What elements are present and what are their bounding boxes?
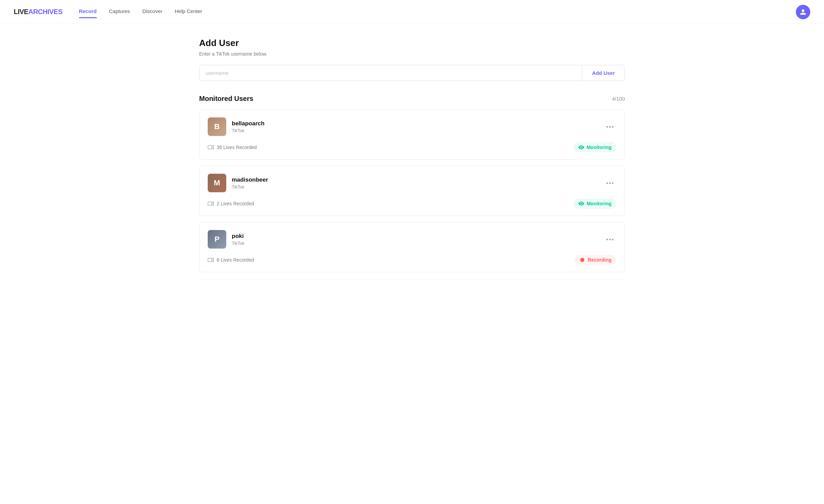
user-cards-container: B bellapoarch TikTok	[199, 110, 625, 272]
dot-3	[612, 239, 614, 240]
more-options-button[interactable]	[604, 125, 616, 129]
username-input[interactable]	[199, 65, 582, 81]
svg-rect-4	[208, 258, 212, 262]
svg-point-6	[580, 258, 584, 262]
more-options-button[interactable]	[604, 237, 616, 242]
status-label: Monitoring	[587, 145, 611, 150]
main-content: Add User Enter a TikTok username below. …	[185, 24, 639, 293]
dot-2	[609, 239, 611, 240]
user-avatar: M	[208, 174, 226, 192]
user-card-top: M madisonbeer TikTok	[208, 174, 616, 192]
dot-2	[609, 126, 611, 128]
user-card: B bellapoarch TikTok	[199, 110, 625, 160]
dot-1	[606, 182, 608, 184]
eye-icon	[578, 201, 584, 207]
header-right	[796, 5, 810, 19]
monitored-title: Monitored Users	[199, 95, 253, 103]
video-icon	[208, 145, 214, 150]
user-details: poki TikTok	[232, 233, 244, 246]
nav-item-help[interactable]: Help Center	[175, 8, 202, 15]
lives-count: 8 Lives Recorded	[217, 257, 254, 263]
user-name: poki	[232, 233, 244, 240]
user-card-bottom: 36 Lives Recorded Monitoring	[208, 142, 616, 152]
dot-2	[609, 182, 611, 184]
lives-recorded: 2 Lives Recorded	[208, 201, 254, 206]
lives-count: 2 Lives Recorded	[217, 201, 254, 206]
user-card: M madisonbeer TikTok	[199, 166, 625, 216]
user-card-bottom: 2 Lives Recorded Monitoring	[208, 198, 616, 209]
user-details: madisonbeer TikTok	[232, 176, 268, 190]
video-icon	[208, 257, 214, 262]
logo: LIVEARCHIVES	[14, 8, 62, 16]
status-badge: Monitoring	[573, 142, 616, 152]
dot-3	[612, 182, 614, 184]
status-label: Monitoring	[587, 201, 611, 206]
footer-divider	[199, 279, 625, 279]
svg-rect-0	[208, 146, 212, 149]
user-card-top: B bellapoarch TikTok	[208, 117, 616, 136]
logo-live: LIVE	[14, 8, 28, 16]
status-badge: Recording	[574, 255, 616, 265]
user-name: bellapoarch	[232, 120, 264, 127]
status-label: Recording	[588, 257, 611, 263]
add-user-subtitle: Enter a TikTok username below.	[199, 51, 625, 57]
status-badge: Monitoring	[573, 198, 616, 209]
monitored-count: 4/100	[612, 96, 625, 102]
add-user-button[interactable]: Add User	[582, 65, 625, 81]
nav-item-record[interactable]: Record	[79, 8, 97, 15]
dot-1	[606, 239, 608, 240]
add-user-section: Add User Enter a TikTok username below. …	[199, 38, 625, 81]
record-icon	[579, 257, 585, 263]
logo-archives: ARCHIVES	[28, 8, 62, 16]
header: LIVEARCHIVES Record Captures Discover He…	[0, 0, 824, 24]
user-platform: TikTok	[232, 184, 268, 190]
user-avatar: P	[208, 230, 226, 249]
monitored-header: Monitored Users 4/100	[199, 95, 625, 103]
user-info: M madisonbeer TikTok	[208, 174, 268, 192]
user-icon	[800, 9, 806, 15]
user-info: B bellapoarch TikTok	[208, 117, 264, 136]
lives-count: 36 Lives Recorded	[217, 145, 257, 150]
user-platform: TikTok	[232, 128, 264, 133]
user-card-bottom: 8 Lives Recorded Recording	[208, 255, 616, 265]
eye-icon	[578, 144, 584, 150]
video-icon	[208, 201, 214, 206]
user-name: madisonbeer	[232, 176, 268, 183]
lives-recorded: 8 Lives Recorded	[208, 257, 254, 263]
svg-marker-3	[212, 202, 214, 206]
user-info: P poki TikTok	[208, 230, 244, 249]
lives-recorded: 36 Lives Recorded	[208, 145, 257, 150]
nav-item-captures[interactable]: Captures	[109, 8, 130, 15]
dot-3	[612, 126, 614, 128]
main-nav: Record Captures Discover Help Center	[79, 8, 796, 15]
svg-rect-2	[208, 202, 212, 206]
user-details: bellapoarch TikTok	[232, 120, 264, 133]
add-user-form: Add User	[199, 65, 625, 81]
user-platform: TikTok	[232, 241, 244, 246]
svg-marker-1	[212, 146, 214, 149]
dot-1	[606, 126, 608, 128]
more-options-button[interactable]	[604, 181, 616, 185]
user-avatar: B	[208, 117, 226, 136]
user-card-top: P poki TikTok	[208, 230, 616, 249]
svg-marker-5	[212, 258, 214, 262]
user-card: P poki TikTok	[199, 222, 625, 272]
user-avatar-button[interactable]	[796, 5, 810, 19]
monitored-users-section: Monitored Users 4/100 B bellapoarch TikT…	[199, 95, 625, 272]
nav-item-discover[interactable]: Discover	[142, 8, 162, 15]
add-user-title: Add User	[199, 38, 625, 48]
